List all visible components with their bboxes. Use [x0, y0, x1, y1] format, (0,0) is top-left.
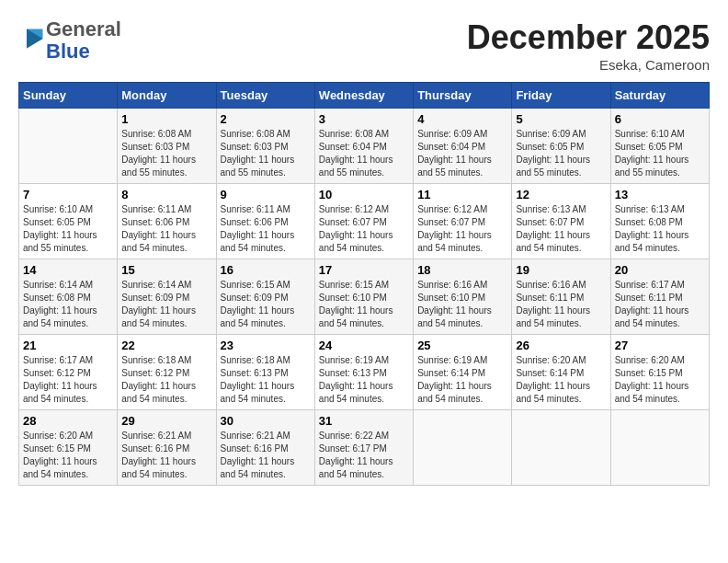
day-number: 30: [221, 414, 311, 428]
day-cell: 6Sunrise: 6:10 AM Sunset: 6:05 PM Daylig…: [610, 109, 709, 184]
day-number: 19: [516, 263, 606, 277]
day-number: 3: [319, 112, 409, 126]
header-row: SundayMondayTuesdayWednesdayThursdayFrid…: [19, 83, 710, 109]
day-number: 14: [23, 263, 113, 277]
day-info: Sunrise: 6:12 AM Sunset: 6:07 PM Dayligh…: [417, 203, 507, 255]
day-number: 25: [417, 339, 507, 352]
day-number: 27: [615, 339, 705, 352]
day-number: 22: [121, 339, 211, 352]
week-row-4: 28Sunrise: 6:20 AM Sunset: 6:15 PM Dayli…: [19, 410, 710, 486]
day-info: Sunrise: 6:14 AM Sunset: 6:09 PM Dayligh…: [121, 279, 211, 330]
day-cell: 14Sunrise: 6:14 AM Sunset: 6:08 PM Dayli…: [19, 259, 118, 335]
day-info: Sunrise: 6:16 AM Sunset: 6:11 PM Dayligh…: [516, 279, 606, 330]
day-number: 1: [121, 112, 211, 126]
day-cell: 23Sunrise: 6:18 AM Sunset: 6:13 PM Dayli…: [216, 335, 314, 410]
day-number: 18: [417, 263, 507, 277]
day-info: Sunrise: 6:22 AM Sunset: 6:17 PM Dayligh…: [319, 430, 409, 481]
day-cell: 4Sunrise: 6:09 AM Sunset: 6:04 PM Daylig…: [414, 109, 512, 184]
day-info: Sunrise: 6:21 AM Sunset: 6:16 PM Dayligh…: [121, 430, 211, 481]
day-cell: 31Sunrise: 6:22 AM Sunset: 6:17 PM Dayli…: [314, 410, 413, 486]
week-row-1: 7Sunrise: 6:10 AM Sunset: 6:05 PM Daylig…: [19, 184, 710, 259]
day-cell: [19, 109, 118, 184]
header-cell-wednesday: Wednesday: [314, 83, 413, 109]
day-cell: 27Sunrise: 6:20 AM Sunset: 6:15 PM Dayli…: [610, 335, 709, 410]
day-cell: 9Sunrise: 6:11 AM Sunset: 6:06 PM Daylig…: [216, 184, 314, 259]
day-info: Sunrise: 6:13 AM Sunset: 6:07 PM Dayligh…: [516, 203, 606, 255]
header-cell-saturday: Saturday: [610, 83, 709, 109]
day-info: Sunrise: 6:09 AM Sunset: 6:04 PM Dayligh…: [417, 128, 507, 179]
day-cell: 22Sunrise: 6:18 AM Sunset: 6:12 PM Dayli…: [118, 335, 216, 410]
day-number: 7: [23, 188, 113, 201]
location: Eseka, Cameroon: [467, 57, 710, 73]
day-info: Sunrise: 6:21 AM Sunset: 6:16 PM Dayligh…: [221, 430, 311, 481]
day-cell: 8Sunrise: 6:11 AM Sunset: 6:06 PM Daylig…: [118, 184, 216, 259]
day-info: Sunrise: 6:10 AM Sunset: 6:05 PM Dayligh…: [23, 203, 113, 255]
day-cell: 30Sunrise: 6:21 AM Sunset: 6:16 PM Dayli…: [216, 410, 314, 486]
day-cell: 7Sunrise: 6:10 AM Sunset: 6:05 PM Daylig…: [19, 184, 118, 259]
day-cell: 13Sunrise: 6:13 AM Sunset: 6:08 PM Dayli…: [610, 184, 709, 259]
day-info: Sunrise: 6:20 AM Sunset: 6:15 PM Dayligh…: [615, 354, 705, 406]
day-number: 5: [516, 112, 606, 126]
logo: General Blue: [18, 18, 121, 63]
day-cell: 25Sunrise: 6:19 AM Sunset: 6:14 PM Dayli…: [414, 335, 512, 410]
day-cell: [414, 410, 512, 486]
logo-blue: Blue: [46, 40, 90, 63]
day-info: Sunrise: 6:14 AM Sunset: 6:08 PM Dayligh…: [23, 279, 113, 330]
day-number: 17: [319, 263, 409, 277]
day-number: 16: [221, 263, 311, 277]
day-number: 29: [121, 414, 211, 428]
day-number: 20: [615, 263, 705, 277]
day-info: Sunrise: 6:12 AM Sunset: 6:07 PM Dayligh…: [319, 203, 409, 255]
day-cell: 20Sunrise: 6:17 AM Sunset: 6:11 PM Dayli…: [610, 259, 709, 335]
day-info: Sunrise: 6:11 AM Sunset: 6:06 PM Dayligh…: [121, 203, 211, 255]
day-number: 4: [417, 112, 507, 126]
day-info: Sunrise: 6:13 AM Sunset: 6:08 PM Dayligh…: [615, 203, 705, 255]
day-info: Sunrise: 6:18 AM Sunset: 6:12 PM Dayligh…: [121, 354, 211, 406]
day-cell: 15Sunrise: 6:14 AM Sunset: 6:09 PM Dayli…: [118, 259, 216, 335]
calendar-body: 1Sunrise: 6:08 AM Sunset: 6:03 PM Daylig…: [19, 109, 710, 486]
day-cell: 18Sunrise: 6:16 AM Sunset: 6:10 PM Dayli…: [414, 259, 512, 335]
day-number: 24: [319, 339, 409, 352]
day-info: Sunrise: 6:19 AM Sunset: 6:13 PM Dayligh…: [319, 354, 409, 406]
week-row-3: 21Sunrise: 6:17 AM Sunset: 6:12 PM Dayli…: [19, 335, 710, 410]
day-info: Sunrise: 6:19 AM Sunset: 6:14 PM Dayligh…: [417, 354, 507, 406]
header-cell-monday: Monday: [118, 83, 216, 109]
day-info: Sunrise: 6:17 AM Sunset: 6:12 PM Dayligh…: [23, 354, 113, 406]
day-cell: 3Sunrise: 6:08 AM Sunset: 6:04 PM Daylig…: [314, 109, 413, 184]
day-info: Sunrise: 6:11 AM Sunset: 6:06 PM Dayligh…: [221, 203, 311, 255]
day-number: 26: [516, 339, 606, 352]
day-number: 11: [417, 188, 507, 201]
day-info: Sunrise: 6:20 AM Sunset: 6:14 PM Dayligh…: [516, 354, 606, 406]
week-row-0: 1Sunrise: 6:08 AM Sunset: 6:03 PM Daylig…: [19, 109, 710, 184]
day-number: 28: [23, 414, 113, 428]
day-cell: 2Sunrise: 6:08 AM Sunset: 6:03 PM Daylig…: [216, 109, 314, 184]
day-cell: 12Sunrise: 6:13 AM Sunset: 6:07 PM Dayli…: [512, 184, 610, 259]
day-cell: 28Sunrise: 6:20 AM Sunset: 6:15 PM Dayli…: [19, 410, 118, 486]
day-cell: 26Sunrise: 6:20 AM Sunset: 6:14 PM Dayli…: [512, 335, 610, 410]
day-info: Sunrise: 6:15 AM Sunset: 6:10 PM Dayligh…: [319, 279, 409, 330]
day-cell: 11Sunrise: 6:12 AM Sunset: 6:07 PM Dayli…: [414, 184, 512, 259]
week-row-2: 14Sunrise: 6:14 AM Sunset: 6:08 PM Dayli…: [19, 259, 710, 335]
day-info: Sunrise: 6:16 AM Sunset: 6:10 PM Dayligh…: [417, 279, 507, 330]
day-number: 31: [319, 414, 409, 428]
logo-icon: [20, 26, 46, 52]
calendar-table: SundayMondayTuesdayWednesdayThursdayFrid…: [18, 82, 710, 486]
day-cell: 5Sunrise: 6:09 AM Sunset: 6:05 PM Daylig…: [512, 109, 610, 184]
day-cell: 16Sunrise: 6:15 AM Sunset: 6:09 PM Dayli…: [216, 259, 314, 335]
page-header: General Blue December 2025 Eseka, Camero…: [18, 18, 710, 73]
day-cell: 21Sunrise: 6:17 AM Sunset: 6:12 PM Dayli…: [19, 335, 118, 410]
day-number: 21: [23, 339, 113, 352]
day-number: 9: [221, 188, 311, 201]
month-title: December 2025: [467, 18, 710, 57]
day-cell: 1Sunrise: 6:08 AM Sunset: 6:03 PM Daylig…: [118, 109, 216, 184]
logo-text: General Blue: [46, 18, 121, 63]
day-cell: [610, 410, 709, 486]
day-number: 15: [121, 263, 211, 277]
day-info: Sunrise: 6:17 AM Sunset: 6:11 PM Dayligh…: [615, 279, 705, 330]
header-cell-thursday: Thursday: [414, 83, 512, 109]
day-cell: 19Sunrise: 6:16 AM Sunset: 6:11 PM Dayli…: [512, 259, 610, 335]
title-area: December 2025 Eseka, Cameroon: [467, 18, 710, 73]
header-cell-friday: Friday: [512, 83, 610, 109]
day-info: Sunrise: 6:10 AM Sunset: 6:05 PM Dayligh…: [615, 128, 705, 179]
day-cell: [512, 410, 610, 486]
